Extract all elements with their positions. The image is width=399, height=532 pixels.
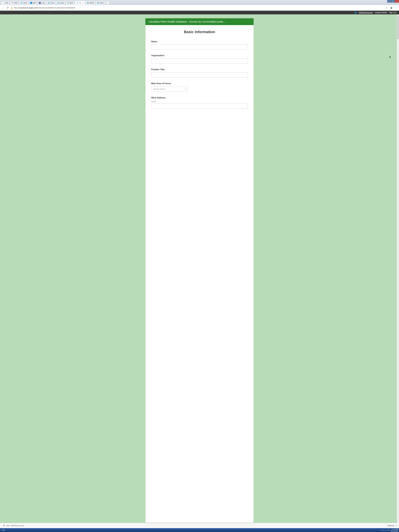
tab-label: custo bbox=[60, 2, 64, 4]
tab-label: www. bbox=[23, 2, 27, 4]
tab-mys[interactable]: ▣My S bbox=[66, 1, 75, 5]
tray-battery-icon[interactable]: ▭ bbox=[380, 529, 382, 531]
tab-custo[interactable]: 🌍custo bbox=[56, 1, 65, 5]
tab-aska[interactable]: 🌍Ask a bbox=[96, 1, 105, 5]
tab-icon: 🌐 bbox=[21, 2, 22, 4]
download-item[interactable]: 🎞 video-1560282263.mp4 ^ bbox=[2, 524, 27, 527]
address-street-input[interactable] bbox=[151, 103, 248, 109]
signout-link[interactable]: Sign Out bbox=[389, 12, 396, 14]
focus-label: Main Area of Focus: bbox=[151, 82, 248, 85]
window-maximize-button[interactable]: ☐ bbox=[391, 0, 395, 3]
tab-label: Victo bbox=[14, 2, 17, 4]
chevron-up-icon[interactable]: ^ bbox=[25, 525, 26, 527]
download-bar-right: Show all ✕ bbox=[388, 525, 397, 527]
tab-label: Lucy bbox=[42, 2, 45, 4]
tab-label: Tutor bbox=[51, 2, 54, 4]
new-tab-button[interactable]: + bbox=[106, 1, 109, 4]
download-bar: 🎞 video-1560282263.mp4 ^ Show all ✕ bbox=[0, 523, 399, 528]
url-bar[interactable]: 🔒 https://survey123.arcgis.com/share/6ac… bbox=[11, 7, 383, 9]
username-label[interactable]: HodgsonWaWi bbox=[375, 12, 387, 14]
nav-reload-button[interactable]: ⟳ bbox=[6, 6, 9, 9]
browser-chrome: 📄Tooli 📍Victo 🌐www. oMail fLucy 🌍Tutor 🌍… bbox=[0, 0, 399, 11]
nav-forward-button[interactable]: → bbox=[1, 6, 5, 9]
outlook-icon: o bbox=[30, 2, 32, 4]
window-minimize-button[interactable]: — bbox=[387, 0, 391, 3]
tray-volume-icon[interactable]: 🔊 bbox=[387, 529, 389, 531]
tab-strip: 📄Tooli 📍Victo 🌐www. oMail fLucy 🌍Tutor 🌍… bbox=[0, 0, 399, 5]
tray-up-icon[interactable]: ▴ bbox=[383, 529, 384, 531]
tab-close-icon[interactable]: ✕ bbox=[82, 2, 84, 4]
caret-down-icon: ▼ bbox=[185, 89, 186, 90]
tab-www[interactable]: 🌐www. bbox=[19, 1, 29, 5]
tab-victo[interactable]: 📍Victo bbox=[10, 1, 19, 5]
form-container: Canadian Plant Health Database - Survey … bbox=[146, 18, 253, 523]
globe-icon: 🌍 bbox=[57, 2, 59, 4]
organization-input[interactable] bbox=[151, 58, 248, 63]
app-top-bar: 🌐 Default language HodgsonWaWi Sign Out bbox=[0, 11, 399, 14]
close-icon[interactable]: ✕ bbox=[396, 525, 397, 527]
profile-icon[interactable]: ◉ bbox=[390, 6, 393, 9]
tray-time: 3:47 PM bbox=[391, 529, 398, 530]
system-tray[interactable]: ▭ ▴ ⎋ 🔊 3:47 PM 06/11/2019 bbox=[380, 529, 398, 532]
tab-icon: 📄 bbox=[2, 2, 4, 4]
show-all-link[interactable]: Show all bbox=[388, 525, 394, 527]
page-viewport: 🌐 Default language HodgsonWaWi Sign Out … bbox=[0, 11, 399, 523]
tab-ca[interactable]: ▣Ca✕ bbox=[75, 1, 85, 5]
tray-clock[interactable]: 3:47 PM 06/11/2019 bbox=[391, 529, 398, 532]
window-close-button[interactable]: ✕ bbox=[395, 0, 399, 3]
focus-placeholder: -Please Select- bbox=[153, 88, 165, 90]
windows-taskbar[interactable]: + 100 ▭ ▴ ⎋ 🔊 3:47 PM 06/11/2019 bbox=[0, 528, 399, 532]
tab-icon: 📍 bbox=[11, 2, 13, 4]
form-title: Canadian Plant Health Database - Survey … bbox=[146, 18, 253, 25]
tab-label: My S bbox=[70, 2, 73, 4]
tab-welco[interactable]: 🌍Welco bbox=[86, 1, 95, 5]
tab-label: Welco bbox=[90, 2, 94, 4]
lock-icon: 🔒 bbox=[11, 7, 13, 9]
download-filename: video-1560282263.mp4 bbox=[6, 525, 24, 527]
address-bar-row: → ⟳ 🔒 https://survey123.arcgis.com/share… bbox=[0, 5, 399, 11]
globe-icon: 🌍 bbox=[87, 2, 89, 4]
kebab-menu-icon[interactable]: ⋮ bbox=[394, 6, 398, 9]
position-label: Position Title: bbox=[151, 68, 248, 71]
tab-label: Ca bbox=[79, 2, 81, 4]
address-sublabel: Street bbox=[151, 101, 248, 102]
video-file-icon: 🎞 bbox=[3, 525, 5, 527]
globe-icon: 🌍 bbox=[97, 2, 99, 4]
tab-lucy[interactable]: fLucy bbox=[38, 1, 46, 5]
vertical-scrollbar[interactable] bbox=[397, 15, 399, 523]
name-label: Name: bbox=[151, 40, 248, 43]
globe-icon: 🌍 bbox=[48, 2, 50, 4]
form-body: Basic Information Name: Organization: Po… bbox=[146, 25, 253, 118]
organization-label: Organization: bbox=[151, 54, 248, 57]
default-language-link[interactable]: Default language bbox=[359, 12, 373, 14]
field-focus: Main Area of Focus: -Please Select- ▼ bbox=[151, 82, 248, 92]
survey-icon: ▣ bbox=[76, 2, 78, 4]
field-address: Work Address: Street bbox=[151, 97, 248, 109]
scroll-thumb[interactable] bbox=[397, 15, 399, 39]
taskbar-left-text: + 100 bbox=[1, 529, 5, 531]
tab-tooli[interactable]: 📄Tooli bbox=[1, 1, 10, 5]
globe-icon: 🌐 bbox=[355, 12, 357, 14]
field-name: Name: bbox=[151, 40, 248, 50]
window-controls: — ☐ ✕ bbox=[387, 0, 399, 3]
url-text: https://survey123.arcgis.com/share/6acb2… bbox=[14, 7, 76, 9]
field-organization: Organization: bbox=[151, 54, 248, 63]
tab-label: Ask a bbox=[100, 2, 104, 4]
tab-mail[interactable]: oMail bbox=[29, 1, 37, 5]
tab-label: Mail bbox=[33, 2, 36, 4]
address-label: Work Address: bbox=[151, 97, 248, 99]
survey-icon: ▣ bbox=[67, 2, 69, 4]
field-position: Position Title: bbox=[151, 68, 248, 78]
facebook-icon: f bbox=[39, 2, 41, 4]
tray-date: 06/11/2019 bbox=[391, 530, 398, 532]
name-input[interactable] bbox=[151, 44, 248, 50]
bookmark-star-icon[interactable]: ☆ bbox=[385, 6, 388, 9]
tray-network-icon[interactable]: ⎋ bbox=[385, 529, 386, 531]
tab-tutor[interactable]: 🌍Tutor bbox=[47, 1, 56, 5]
focus-select[interactable]: -Please Select- ▼ bbox=[151, 86, 188, 92]
tab-label: Tooli bbox=[5, 2, 8, 4]
page-background: Canadian Plant Health Database - Survey … bbox=[0, 14, 399, 523]
taskbar-left: + 100 bbox=[1, 529, 5, 531]
section-title: Basic Information bbox=[151, 30, 248, 34]
position-input[interactable] bbox=[151, 72, 248, 78]
